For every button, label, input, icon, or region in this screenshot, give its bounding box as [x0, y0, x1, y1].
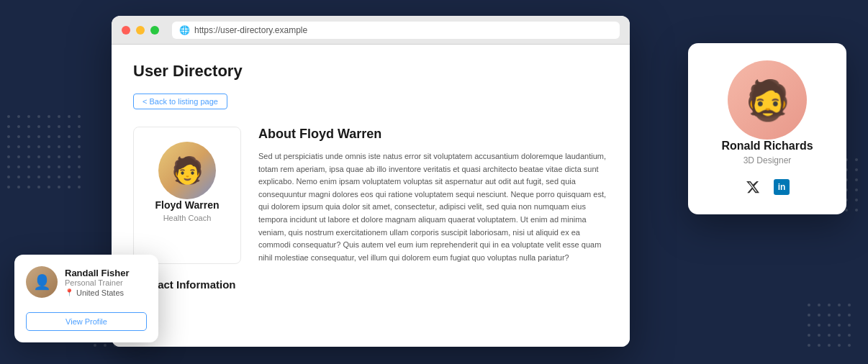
globe-icon: 🌐 [179, 25, 190, 35]
back-button[interactable]: < Back to listing page [133, 94, 227, 109]
floyd-role: Health Coach [163, 214, 212, 222]
randall-location-text: United States [76, 288, 124, 297]
browser-content: User Directory < Back to listing page 🧑 … [112, 45, 630, 347]
randall-info: Randall Fisher Personal Trainer 📍 United… [65, 268, 130, 297]
location-icon: 📍 [65, 288, 73, 296]
twitter-icon[interactable] [743, 177, 763, 197]
browser-toolbar: 🌐 https://user-directory.example [112, 16, 630, 45]
floyd-name: Floyd Warren [155, 199, 220, 211]
linkedin-rect: in [774, 179, 790, 195]
profile-section: 🧑 Floyd Warren Health Coach About Floyd … [133, 127, 608, 264]
randall-location: 📍 United States [65, 288, 130, 297]
about-text: Sed ut perspiciatis unde omnis iste natu… [258, 150, 608, 264]
browser-window: 🌐 https://user-directory.example User Di… [112, 16, 630, 347]
traffic-light-green[interactable] [150, 26, 159, 35]
randall-card: 👤 Randall Fisher Personal Trainer 📍 Unit… [14, 255, 158, 342]
ronald-social-icons: in [743, 177, 792, 197]
view-profile-button[interactable]: View Profile [26, 312, 147, 331]
ronald-card: 🧔 Ronald Richards 3D Designer in [688, 43, 846, 214]
contact-info-label: Contact Information [133, 278, 608, 291]
traffic-light-yellow[interactable] [136, 26, 145, 35]
traffic-light-red[interactable] [122, 26, 130, 35]
ronald-role: 3D Designer [743, 155, 792, 165]
randall-card-header: 👤 Randall Fisher Personal Trainer 📍 Unit… [26, 266, 147, 298]
address-bar[interactable]: 🌐 https://user-directory.example [172, 22, 620, 39]
ronald-avatar: 🧔 [728, 60, 807, 140]
floyd-avatar: 🧑 [158, 142, 216, 199]
url-text: https://user-directory.example [194, 25, 307, 35]
randall-role: Personal Trainer [65, 278, 130, 287]
about-title: About Floyd Warren [258, 127, 608, 142]
about-section: About Floyd Warren Sed ut perspiciatis u… [258, 127, 608, 264]
randall-avatar: 👤 [26, 266, 58, 298]
page-title: User Directory [133, 62, 608, 81]
ronald-name: Ronald Richards [721, 140, 813, 153]
randall-name: Randall Fisher [65, 268, 130, 278]
dot-grid-left: for(let i=0;i<64;i++) document.currentSc… [7, 115, 83, 191]
floyd-profile-card: 🧑 Floyd Warren Health Coach [133, 127, 241, 264]
dot-grid-bottom-right: for(let i=0;i<25;i++) document.currentSc… [808, 304, 854, 350]
linkedin-icon[interactable]: in [772, 177, 792, 197]
